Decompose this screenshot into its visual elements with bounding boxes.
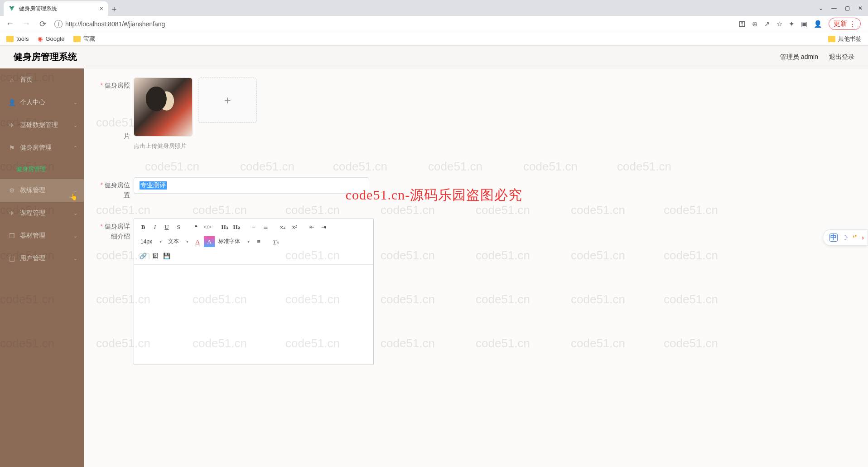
upload-hint: 点击上传健身房照片 [134,142,187,150]
maximize-icon[interactable]: ▢ [845,5,850,11]
share-icon[interactable]: ↗ [764,20,770,28]
panel-icon[interactable]: ▣ [801,20,807,28]
chevron-down-icon: ⌄ [73,210,77,216]
window-controls: ⌄ — ▢ ✕ [813,0,868,16]
image-button[interactable]: 🖼 [149,251,160,262]
sidebar-item-personal[interactable]: 👤个人中心⌄ [0,91,84,114]
url-text: http://localhost:8081/#/jianshenfang [65,20,165,28]
folder-icon [828,36,835,42]
italic-button[interactable]: I [149,222,160,233]
sidebar: ⌂首页 👤个人中心⌄ ✈基础数据管理⌄ ⚑健身房管理⌃ 健身房管理 ⚙教练管理⌄… [0,68,84,467]
new-tab-button[interactable]: + [108,3,121,16]
url-input[interactable]: i http://localhost:8081/#/jianshenfang [53,20,735,28]
font-family-select[interactable]: 标准字体 [216,236,252,247]
chevron-down-icon[interactable]: ⌄ [819,5,823,11]
location-input[interactable]: 专业测评 [134,177,369,194]
bookmarks-bar: tools ◉Google 宝藏 其他书签 [0,32,868,46]
subscript-button[interactable]: x₂ [277,222,288,233]
h2-button[interactable]: H₂ [231,222,242,233]
bookmark-star-icon[interactable]: ☆ [776,20,782,28]
save-button[interactable]: 💾 [161,251,172,262]
folder-icon [73,36,81,42]
bookmark-other[interactable]: 其他书签 [828,35,862,43]
profile-icon[interactable]: 👤 [814,20,822,28]
quote-button[interactable]: ❝ [190,222,201,233]
site-info-icon[interactable]: i [54,20,63,28]
bookmark-tools[interactable]: tools [6,35,29,42]
font-size-select[interactable]: 14px [138,236,164,247]
bookmark-google[interactable]: ◉Google [38,35,64,42]
flag-icon: ⚑ [8,144,15,151]
extensions-icon[interactable]: ✦ [789,20,795,28]
browser-tab-strip: 健身房管理系统 × + ⌄ — ▢ ✕ [0,0,868,16]
location-value: 专业测评 [140,181,167,190]
upload-add-button[interactable]: + [198,78,257,123]
minimize-icon[interactable]: — [831,5,837,11]
uploaded-image-thumb[interactable] [134,78,193,136]
key-icon[interactable]: ⚿ [739,20,746,28]
browser-tab[interactable]: 健身房管理系统 × [4,1,108,16]
arrow-right-icon[interactable]: › [862,234,864,241]
zoom-icon[interactable]: ⊕ [752,20,758,28]
google-icon: ◉ [38,35,43,42]
comma-icon[interactable]: ❛❜ [853,234,857,241]
bookmark-treasure[interactable]: 宝藏 [73,35,95,43]
detail-label: *健身房详 细介绍 [97,219,134,242]
app-title: 健身房管理系统 [14,51,77,63]
user-icon: 👤 [8,99,15,106]
strike-button[interactable]: S [173,222,184,233]
align-button[interactable]: ≡ [253,236,264,247]
chevron-down-icon: ⌄ [73,188,77,194]
clear-format-button[interactable]: Tₓ [270,236,281,247]
close-window-icon[interactable]: ✕ [858,5,863,11]
send-icon: ✈ [8,122,15,129]
wallet-icon: ◫ [8,255,15,262]
h1-button[interactable]: H₁ [219,222,230,233]
sidebar-item-basedata[interactable]: ✈基础数据管理⌄ [0,114,84,136]
underline-button[interactable]: U [161,222,172,233]
sidebar-item-coach[interactable]: ⚙教练管理⌄ [0,179,84,202]
ime-cn-icon[interactable]: 中 [829,234,838,242]
sidebar-subitem-gym[interactable]: 健身房管理 [0,159,84,179]
ol-button[interactable]: ≡ [248,222,259,233]
text-color-button[interactable]: A [192,236,203,247]
toolbar-icons: ⚿ ⊕ ↗ ☆ ✦ ▣ 👤 更新 ⋮ [739,18,864,30]
bg-color-button[interactable]: A [204,236,215,247]
sidebar-item-gym[interactable]: ⚑健身房管理⌃ [0,136,84,159]
text-style-select[interactable]: 文本 [165,236,191,247]
bold-button[interactable]: B [138,222,149,233]
gear-icon: ⚙ [8,187,15,194]
link-button[interactable]: 🔗 [138,251,149,262]
form-row-detail: *健身房详 细介绍 B I U S ❝ </> H₁ H₂ ≡ ≣ [97,219,854,365]
app-header: 健身房管理系统 管理员 admin 退出登录 [0,46,868,68]
location-label: *健身房位 置 [97,177,134,200]
update-button[interactable]: 更新 ⋮ [829,18,861,30]
moon-icon[interactable]: ☽ [842,234,848,241]
reload-button[interactable]: ⟳ [36,18,49,30]
indent-dec-button[interactable]: ⇤ [306,222,317,233]
chevron-up-icon: ⌃ [73,145,77,151]
indent-inc-button[interactable]: ⇥ [318,222,329,233]
sidebar-item-user[interactable]: ◫用户管理⌄ [0,247,84,270]
superscript-button[interactable]: x² [289,222,300,233]
app-layout: ⌂首页 👤个人中心⌄ ✈基础数据管理⌄ ⚑健身房管理⌃ 健身房管理 ⚙教练管理⌄… [0,68,868,467]
user-label[interactable]: 管理员 admin [780,53,818,61]
chevron-down-icon: ⌄ [73,100,77,106]
forward-button[interactable]: → [20,18,33,30]
sidebar-item-course[interactable]: ✈课程管理⌄ [0,202,84,224]
editor-textarea[interactable] [134,265,373,365]
tab-close-icon[interactable]: × [100,5,103,12]
sidebar-item-home[interactable]: ⌂首页 [0,68,84,91]
vue-favicon-icon [8,5,15,12]
code-button[interactable]: </> [202,222,213,233]
tab-title: 健身房管理系统 [19,5,57,13]
photo-label: *健身房照 片 [97,78,134,141]
back-button[interactable]: ← [4,18,16,30]
logout-link[interactable]: 退出登录 [829,53,854,61]
home-icon: ⌂ [8,76,15,83]
sidebar-item-equipment[interactable]: ❐器材管理⌄ [0,224,84,247]
chevron-down-icon: ⌄ [73,233,77,239]
ul-button[interactable]: ≣ [260,222,271,233]
ime-float-widget[interactable]: 中 ☽ ❛❜ › [823,229,868,246]
address-bar: ← → ⟳ i http://localhost:8081/#/jianshen… [0,16,868,32]
